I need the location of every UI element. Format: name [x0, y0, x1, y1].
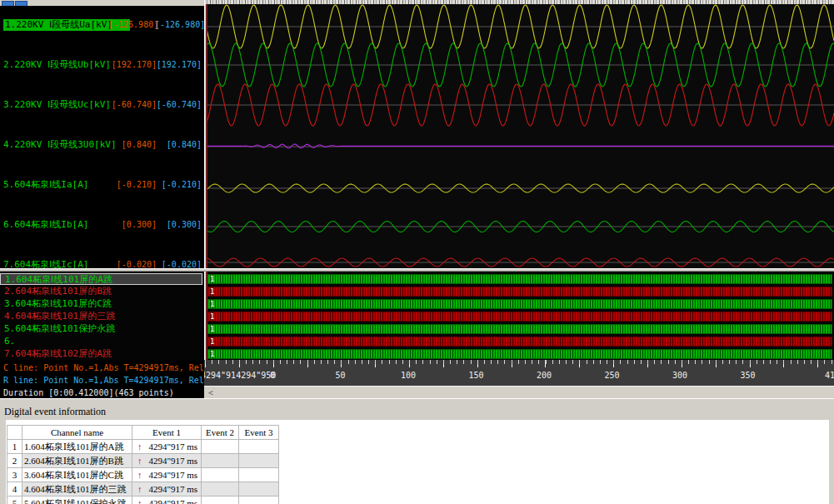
ruler-minor-ticks: [205, 360, 834, 364]
digital-bar-state: 1: [210, 300, 214, 309]
digital-event-panel: Digital event information Channel name E…: [0, 398, 834, 504]
analog-value-instant: [0.300]: [108, 219, 157, 231]
analog-channel-list: 1.220KV Ⅰ段母线Ua[kV][-126.980][-126.980]2.…: [0, 6, 204, 268]
digital-channel-row[interactable]: 6.: [0, 336, 202, 347]
analog-channel-row[interactable]: 3.220KV Ⅰ段母线Uc[kV][-60.740][-60.740]: [0, 99, 204, 111]
digital-bar-lane[interactable]: 1: [207, 287, 832, 297]
event-channel-name: 5.604柘泉Ⅰ线101保护永跳: [22, 497, 132, 504]
analog-value-cursor: [-60.740]: [155, 99, 202, 111]
ruler-tick-label: 50: [335, 371, 345, 380]
analog-channel-row[interactable]: 5.604柘泉Ⅰ线Ia[A][-0.210][-0.210]: [0, 179, 204, 191]
waveform-plot-area[interactable]: [207, 4, 834, 268]
col-header-blank: [7, 426, 22, 440]
analog-channel-name[interactable]: 6.604柘泉Ⅰ线Ib[A]: [3, 219, 88, 231]
digital-bar-lane[interactable]: 1: [207, 349, 832, 359]
analog-value-cursor: [-0.020]: [155, 259, 202, 268]
event-channel-name: 4.604柘泉Ⅰ线101屏的三跳: [22, 482, 132, 497]
event-row-number: 2: [7, 454, 22, 468]
event-time: 4294"917 ms: [149, 442, 198, 452]
event2-cell: [202, 440, 239, 454]
rising-edge-arrow-icon: ↑: [137, 470, 142, 480]
digital-bar-state: 1: [210, 337, 214, 347]
digital-bar-lane[interactable]: 1: [207, 312, 832, 322]
digital-channel-row[interactable]: 2.604柘泉Ⅰ线101屏的B跳: [0, 286, 202, 297]
analog-value-cursor: [-126.980]: [155, 19, 202, 31]
analog-channel-name[interactable]: 3.220KV Ⅰ段母线Uc[kV]: [3, 99, 111, 111]
toolbar-strip: [0, 0, 204, 6]
analog-channel-name[interactable]: 2.220KV Ⅰ段母线Ub[kV]: [3, 59, 111, 71]
analog-value-cursor: [-0.210]: [155, 179, 202, 191]
digital-bar-lane[interactable]: 1: [207, 324, 832, 334]
ruler-end-label: 41: [825, 371, 834, 380]
analog-channel-row[interactable]: 7.604柘泉Ⅰ线Ic[A][-0.020][-0.020]: [0, 259, 204, 268]
horizontal-scrollbar[interactable]: <: [204, 386, 834, 398]
analog-value-cursor: [0.840]: [155, 139, 202, 151]
col-header-event1: Event 1: [132, 426, 202, 440]
analog-channel-row[interactable]: 2.220KV Ⅰ段母线Ub[kV][192.170][192.170]: [0, 59, 204, 71]
analog-value-cursor: [0.300]: [155, 219, 202, 231]
event-row-number: 3: [7, 468, 22, 482]
rising-edge-arrow-icon: ↑: [137, 484, 142, 494]
digital-bar-lane[interactable]: 1: [207, 337, 832, 347]
digital-channel-row[interactable]: 5.604柘泉Ⅰ线101保护永跳: [0, 323, 202, 335]
event-table-container: Channel name Event 1 Event 2 Event 3 11.…: [6, 420, 829, 504]
event-row-number: 4: [7, 482, 22, 497]
event-time: 4294"917 ms: [149, 456, 198, 466]
digital-bar-lane[interactable]: 1: [207, 274, 832, 284]
time-ruler[interactable]: 4294"914294"95005010015020025030035041: [204, 360, 834, 386]
status-r-line: R line: Point No.=1,Abs T=4294917ms, Rel…: [3, 374, 204, 387]
rising-edge-arrow-icon: ↑: [137, 498, 142, 504]
digital-channel-row[interactable]: 7.604柘泉Ⅰ线102屏的A跳: [0, 348, 202, 360]
analog-channel-name[interactable]: 5.604柘泉Ⅰ线Ia[A]: [3, 179, 88, 191]
section-divider[interactable]: [0, 268, 834, 272]
digital-bar-state: 1: [210, 325, 214, 334]
event-table-row[interactable]: 44.604柘泉Ⅰ线101屏的三跳↑4294"917 ms: [7, 482, 279, 497]
digital-bar-state: 1: [210, 287, 214, 297]
event-time: 4294"917 ms: [149, 470, 198, 480]
ruler-tick-label: 350: [740, 371, 755, 380]
status-duration: Duration [0:00.412000](463 points): [3, 387, 204, 398]
event-row-number: 5: [7, 497, 22, 504]
ruler-tick-label: 250: [604, 371, 619, 380]
analog-value-instant: [0.840]: [108, 139, 157, 151]
event-table-row[interactable]: 22.604柘泉Ⅰ线101屏的B跳↑4294"917 ms: [7, 454, 279, 468]
ruler-tick-label: 100: [401, 371, 416, 380]
ruler-tick-label: 0: [270, 371, 275, 380]
event1-cell: ↑4294"917 ms: [132, 440, 202, 454]
digital-bars-area[interactable]: 1111111: [207, 272, 834, 360]
analog-value-instant: [-0.210]: [108, 179, 157, 191]
event-table-row[interactable]: 33.604柘泉Ⅰ线101屏的C跳↑4294"917 ms: [7, 468, 279, 482]
event-panel-title: Digital event information: [4, 406, 106, 418]
analog-channel-name[interactable]: 4.220KV Ⅰ段母线3U0[kV]: [3, 139, 117, 151]
analog-value-instant: [-126.980]: [108, 19, 157, 31]
analog-value-cursor: [192.170]: [155, 59, 202, 71]
rising-edge-arrow-icon: ↑: [137, 442, 142, 452]
digital-channel-row[interactable]: 4.604柘泉Ⅰ线101屏的三跳: [0, 311, 202, 322]
event3-cell: [239, 440, 279, 454]
cursor-line[interactable]: [206, 4, 207, 360]
event-table-row[interactable]: 55.604柘泉Ⅰ线101保护永跳↑4294"917 ms: [7, 497, 279, 504]
event-row-number: 1: [7, 440, 22, 454]
event1-cell: ↑4294"917 ms: [132, 497, 202, 504]
analog-channel-name[interactable]: 7.604柘泉Ⅰ线Ic[A]: [3, 259, 88, 268]
status-c-line: C line: Point No.=1,Abs T=4294917ms, Rel…: [3, 362, 204, 374]
analog-channel-row[interactable]: 1.220KV Ⅰ段母线Ua[kV][-126.980][-126.980]: [0, 19, 204, 31]
analog-value-instant: [-60.740]: [108, 99, 157, 111]
event1-cell: ↑4294"917 ms: [132, 454, 202, 468]
event-table: Channel name Event 1 Event 2 Event 3 11.…: [7, 425, 279, 504]
digital-bar-lane[interactable]: 1: [207, 299, 832, 309]
digital-channel-row[interactable]: 3.604柘泉Ⅰ线101屏的C跳: [0, 298, 202, 310]
waveform-trace: [207, 144, 834, 148]
analog-channel-row[interactable]: 6.604柘泉Ⅰ线Ib[A][0.300][0.300]: [0, 219, 204, 231]
event-table-header: Channel name Event 1 Event 2 Event 3: [7, 426, 279, 440]
digital-channel-row[interactable]: 1.604柘泉Ⅰ线101屏的A跳: [0, 273, 202, 285]
ruler-abs-time-label: 4294"914294"950: [204, 371, 276, 380]
analog-channel-row[interactable]: 4.220KV Ⅰ段母线3U0[kV][0.840][0.840]: [0, 139, 204, 151]
digital-bar-state: 1: [210, 312, 214, 322]
event-channel-name: 3.604柘泉Ⅰ线101屏的C跳: [22, 468, 132, 482]
scroll-left-button[interactable]: <: [208, 387, 213, 398]
rising-edge-arrow-icon: ↑: [137, 456, 142, 466]
waveform-viewer-window: 1.220KV Ⅰ段母线Ua[kV][-126.980][-126.980]2.…: [0, 0, 834, 504]
event-table-row[interactable]: 11.604柘泉Ⅰ线101屏的A跳↑4294"917 ms: [7, 440, 279, 454]
analog-value-instant: [192.170]: [108, 59, 157, 71]
